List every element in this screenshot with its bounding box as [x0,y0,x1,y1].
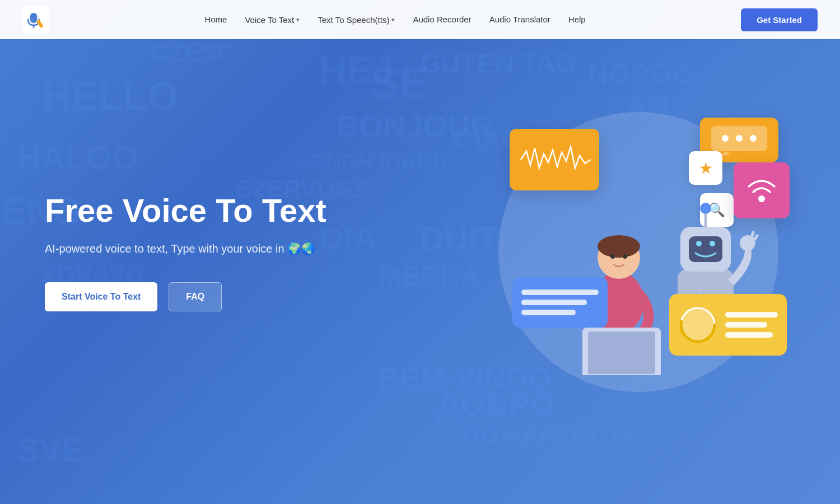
svg-point-23 [700,203,711,214]
controls-card [669,294,787,356]
word-cloud-word: HALOO [17,141,138,175]
text-line-3 [521,310,576,315]
faq-button[interactable]: FAQ [169,282,222,311]
navbar: Home Voice To Text ▾ Text To Speech(tts)… [0,0,840,39]
nav-audio-recorder[interactable]: Audio Recorder [413,15,471,24]
word-cloud-word: NOROC [588,60,692,88]
svg-point-25 [696,241,702,246]
word-cloud-word: SVE [17,433,84,467]
nav-help[interactable]: Help [568,15,586,24]
svg-point-16 [623,254,627,259]
svg-point-28 [740,235,755,251]
controls-circle-svg [678,305,717,344]
hero-title: Free Voice To Text [45,193,326,228]
ctrl-line-1 [725,312,778,318]
svg-line-30 [754,236,757,240]
word-cloud-word: HELLO [42,76,179,116]
svg-rect-24 [689,236,722,262]
svg-rect-18 [588,332,655,374]
ctrl-line-3 [725,332,773,338]
svg-line-29 [752,232,753,237]
word-cloud-word: CZEŚĆ [151,40,235,65]
word-cloud-word: ПОЖАЛУЙСТА [462,423,638,448]
nav-home[interactable]: Home [204,15,227,24]
hero-illustration: ★ 🔍 [482,95,795,409]
start-voice-to-text-button[interactable]: Start Voice To Text [45,282,157,311]
word-cloud-word: GUTEN TAG [420,50,576,77]
logo-icon [22,6,49,33]
word-cloud-word: BONGHJORNU [294,151,447,172]
word-cloud-word: MERHA [378,262,480,290]
get-started-button[interactable]: Get Started [741,8,818,31]
chevron-down-icon: ▾ [296,16,300,24]
logo[interactable] [22,6,49,33]
nav-links: Home Voice To Text ▾ Text To Speech(tts)… [204,15,585,25]
hero-buttons: Start Voice To Text FAQ [45,282,326,311]
svg-rect-2 [30,13,37,23]
chevron-down-icon: ▾ [391,16,395,24]
hero-subtitle: AI-powered voice to text, Type with your… [45,242,326,255]
nav-voice-to-text[interactable]: Voice To Text ▾ [245,15,300,25]
nav-text-to-speech[interactable]: Text To Speech(tts) ▾ [318,15,395,25]
controls-lines [725,312,778,338]
hero-section: HELLOHALOOHEJCZEŚĆSEGUTEN TAGNOROCBONJOU… [0,0,840,504]
ctrl-line-2 [725,322,767,328]
text-lines-card [512,277,608,328]
text-line-2 [521,300,587,305]
hero-content: Free Voice To Text AI-powered voice to t… [45,193,326,311]
nav-audio-translator[interactable]: Audio Translator [489,15,550,24]
svg-point-26 [710,241,715,246]
svg-point-14 [598,235,640,258]
svg-point-15 [610,254,615,259]
text-line-1 [521,290,599,295]
word-cloud-word: DIA [319,222,377,255]
